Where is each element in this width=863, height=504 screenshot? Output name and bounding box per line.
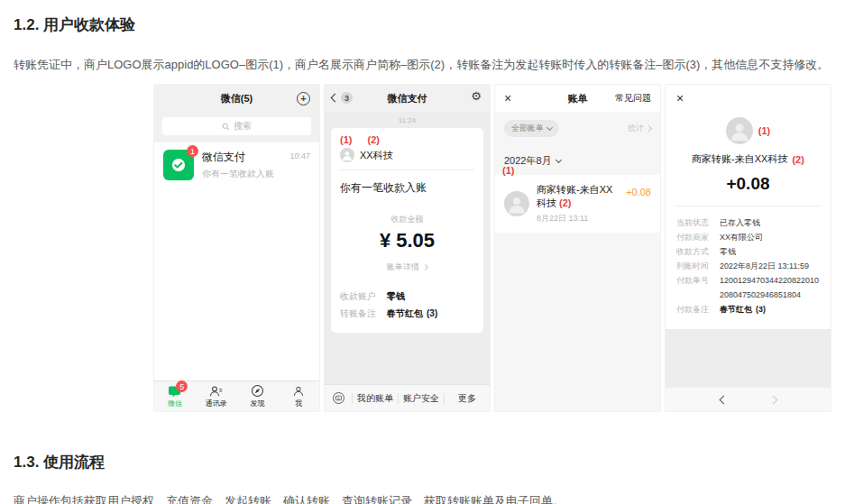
- compass-icon: [250, 384, 265, 398]
- bill-detail-card: × (1) 商家转账-来自XX科技 (2) +0.08 当前状态 已存入零钱 付…: [666, 85, 831, 329]
- detail-title: 商家转账-来自XX科技: [692, 152, 787, 166]
- section-1-2-body: 转账凭证中，商户LOGO展示appid的LOGO–图示(1)，商户名展示商户简称…: [14, 57, 849, 72]
- close-icon[interactable]: ×: [676, 92, 820, 105]
- annotation-3: (3): [427, 305, 437, 322]
- merchant-avatar: [726, 117, 753, 144]
- faq-link[interactable]: 常见问题: [615, 92, 651, 105]
- menu-more[interactable]: 更多: [444, 393, 490, 404]
- payment-message-card[interactable]: (1) (2) XX科技 你有一笔收款入账 收款金额 ¥ 5.05 账单详情 收…: [331, 128, 483, 333]
- tab-chats[interactable]: 5 微信: [154, 381, 196, 411]
- chat-item-subtitle: 你有一笔收款入账: [202, 168, 281, 180]
- merchant-row: XX科技: [340, 148, 474, 170]
- stats-label: 统计: [628, 123, 644, 134]
- detail-amount: +0.08: [676, 174, 820, 194]
- stats-link[interactable]: 统计: [628, 123, 651, 134]
- amount-value: ¥ 5.05: [340, 229, 474, 252]
- chat-list-title: 微信(5): [221, 92, 252, 105]
- chat-list-header: 微信(5) +: [154, 85, 319, 112]
- annotation-1: (1): [502, 165, 514, 176]
- back-unread-badge: 3: [341, 92, 353, 104]
- bill-item-avatar: [504, 191, 529, 216]
- bill-item-date: 8月22日 13:11: [537, 213, 619, 225]
- keyboard-icon[interactable]: [325, 391, 352, 405]
- chat-item-time: 10:47: [289, 151, 310, 160]
- transfer-remark-value: 春节红包: [387, 305, 423, 322]
- all-bills-label: 全部账单: [511, 123, 544, 134]
- payment-remark-value: 春节红包: [720, 302, 752, 316]
- transfer-remark-label: 转账备注: [340, 305, 387, 322]
- payer-value: XX有限公司: [720, 230, 820, 244]
- receive-account-row: 收款账户 零钱: [340, 288, 474, 305]
- bill-list-header: × 账单 常见问题: [495, 85, 660, 112]
- annotation-2: (2): [559, 197, 571, 208]
- bill-list-item[interactable]: (1) 商家转账-来自XX科技 (2) 8月22日 13:11 +0.08: [495, 175, 660, 233]
- bottom-tab-bar: 5 微信 通讯录 发现 我: [154, 380, 319, 411]
- search-input[interactable]: 搜索: [162, 117, 311, 135]
- screenshots-strip: 微信(5) + 搜索 1 微信支付 你有一笔收款入账 10:47: [153, 84, 863, 412]
- search-placeholder: 搜索: [234, 120, 252, 133]
- plus-circle-icon[interactable]: +: [297, 92, 310, 105]
- method-label: 收款方式: [676, 244, 720, 259]
- status-value: 已存入零钱: [720, 215, 820, 230]
- tab-contacts[interactable]: 通讯录: [196, 381, 237, 411]
- month-section-header[interactable]: 2022年8月: [495, 143, 660, 175]
- merchant-name: XX科技: [360, 149, 393, 162]
- payer-row: 付款商家 XX有限公司: [676, 230, 820, 244]
- contacts-icon: [208, 384, 224, 398]
- payment-msg-title: 微信支付: [388, 92, 427, 105]
- payer-label: 付款商家: [676, 230, 720, 244]
- all-bills-filter[interactable]: 全部账单: [504, 120, 559, 137]
- bill-detail-link[interactable]: 账单详情: [340, 261, 474, 273]
- chevron-down-icon: [555, 157, 562, 163]
- payment-remark-row: 付款备注 春节红包 (3): [676, 302, 820, 316]
- chevron-right-icon: [422, 264, 428, 270]
- chat-item-wechat-pay[interactable]: 1 微信支付 你有一笔收款入账 10:47: [154, 142, 319, 188]
- screenshot-bill-list: × 账单 常见问题 全部账单 统计 2022年8月 (1) 商家转账-来自XX科…: [494, 84, 661, 412]
- status-row: 当前状态 已存入零钱: [676, 215, 820, 230]
- amount-label: 收款金额: [340, 214, 474, 225]
- annotation-1: (1): [340, 134, 352, 145]
- annotations-1-2: (1) (2): [340, 134, 474, 145]
- bill-item-title: 商家转账-来自XX科技: [537, 184, 612, 208]
- payment-no-value: 1200129470344220822010208047502946851804: [720, 273, 820, 302]
- detail-title-row: 商家转账-来自XX科技 (2): [676, 152, 820, 166]
- official-account-menu: 我的账单 账户安全 更多: [325, 384, 490, 411]
- tab-discover-label: 发现: [250, 399, 264, 408]
- detail-bottom-nav: [666, 387, 831, 411]
- tab-me[interactable]: 我: [278, 381, 319, 411]
- merchant-avatar: [340, 148, 354, 162]
- receive-account-value: 零钱: [387, 288, 405, 305]
- bill-item-amount: +0.08: [626, 187, 651, 197]
- detail-rows: 当前状态 已存入零钱 付款商家 XX有限公司 收款方式 零钱 到账时间 2022…: [676, 206, 820, 316]
- menu-my-bills[interactable]: 我的账单: [352, 393, 398, 404]
- bill-detail-label: 账单详情: [387, 261, 419, 273]
- unread-badge: 1: [187, 145, 198, 157]
- section-1-3-title: 1.3. 使用流程: [14, 452, 863, 472]
- tab-contacts-label: 通讯录: [206, 399, 227, 408]
- annotation-1: (1): [758, 125, 770, 136]
- bill-item-text: 商家转账-来自XX科技 (2) 8月22日 13:11: [537, 183, 619, 225]
- wechat-pay-icon: 1: [163, 150, 194, 180]
- menu-account-security[interactable]: 账户安全: [398, 393, 444, 404]
- prev-arrow-icon[interactable]: [719, 395, 728, 404]
- gear-icon[interactable]: ⚙: [471, 90, 482, 102]
- annotation-3: (3): [756, 302, 766, 316]
- arrival-time-row: 到账时间 2022年8月22日 13:11:59: [676, 259, 820, 273]
- arrival-time-value: 2022年8月22日 13:11:59: [720, 259, 820, 273]
- payment-remark-label: 付款备注: [676, 302, 720, 316]
- arrival-time-label: 到账时间: [676, 259, 720, 273]
- chat-bubble-icon: 5: [167, 384, 182, 398]
- payment-msg-header: 3 微信支付 ⚙: [325, 85, 490, 112]
- method-value: 零钱: [720, 244, 820, 259]
- receive-account-label: 收款账户: [340, 288, 387, 305]
- search-icon: [222, 123, 230, 131]
- payment-no-row: 付款单号 12001294703442208220102080475029468…: [676, 273, 820, 302]
- message-timestamp: 11:24: [325, 116, 490, 124]
- tab-me-label: 我: [295, 399, 302, 408]
- tab-discover[interactable]: 发现: [237, 381, 279, 411]
- back-button[interactable]: 3: [332, 92, 353, 104]
- screenshot-bill-detail: × (1) 商家转账-来自XX科技 (2) +0.08 当前状态 已存入零钱 付…: [665, 84, 831, 412]
- next-arrow-icon[interactable]: [768, 395, 777, 404]
- screenshot-chat-list: 微信(5) + 搜索 1 微信支付 你有一笔收款入账 10:47: [153, 84, 320, 412]
- chat-item-text: 微信支付 你有一笔收款入账: [202, 150, 281, 180]
